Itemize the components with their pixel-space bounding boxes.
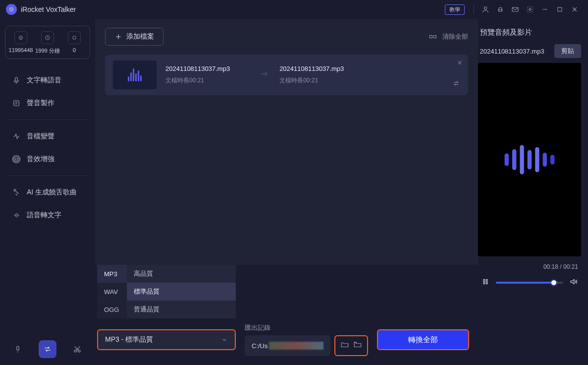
preview-panel: 預覽音頻及影片 20241108113037.mp3 剪貼 00:18 / 00… bbox=[478, 19, 588, 365]
credit-minutes-value: 1999 分鐘 bbox=[35, 47, 60, 55]
credit-misc-value: 0 bbox=[73, 47, 76, 53]
credit-tokens-icon bbox=[14, 31, 27, 44]
clear-all-button[interactable]: 清除全部 bbox=[442, 32, 468, 41]
mail-icon[interactable] bbox=[508, 2, 523, 17]
export-path-text: C:/Us bbox=[252, 342, 268, 350]
nav-rap[interactable]: AI 生成饒舌歌曲 bbox=[5, 183, 90, 202]
source-duration: 文檔時長00:21 bbox=[165, 76, 230, 85]
nav-tts[interactable]: 文字轉語音 bbox=[5, 71, 90, 90]
app-logo bbox=[6, 4, 17, 15]
trim-button[interactable]: 剪貼 bbox=[554, 44, 581, 58]
format-panel: MP3 WAV OGG 高品質 標準品質 普通品質 bbox=[97, 265, 236, 318]
credit-misc-icon bbox=[68, 31, 81, 44]
quality-standard[interactable]: 標準品質 bbox=[127, 283, 236, 301]
nav-stt[interactable]: 語音轉文字 bbox=[5, 206, 90, 225]
preview-time: 00:18 / 00:21 bbox=[543, 263, 578, 270]
arrow-icon bbox=[259, 68, 270, 82]
svg-point-13 bbox=[14, 157, 19, 162]
svg-point-1 bbox=[484, 7, 486, 9]
swap-icon[interactable] bbox=[452, 79, 460, 89]
app-name: iRocket VoxTalker bbox=[21, 5, 76, 13]
sidebar: 11995448 1999 分鐘 0 文字轉語音 聲音製作 bbox=[0, 19, 95, 365]
format-ogg[interactable]: OGG bbox=[97, 301, 127, 318]
svg-point-3 bbox=[501, 9, 501, 10]
maximize-icon[interactable] bbox=[552, 2, 567, 17]
nav-voice-make-label: 聲音製作 bbox=[27, 99, 54, 108]
svg-rect-19 bbox=[486, 280, 487, 284]
svg-rect-9 bbox=[73, 36, 76, 39]
format-wav[interactable]: WAV bbox=[97, 283, 127, 301]
nav-stt-label: 語音轉文字 bbox=[27, 211, 61, 220]
volume-button[interactable] bbox=[569, 277, 578, 288]
quality-high[interactable]: 高品質 bbox=[127, 265, 236, 283]
add-file-button[interactable]: 添加檔案 bbox=[105, 28, 163, 46]
preview-title: 預覽音頻及影片 bbox=[478, 28, 582, 37]
nav-rap-label: AI 生成饒舌歌曲 bbox=[27, 188, 77, 197]
dest-filename: 20241108113037.mp3 bbox=[279, 65, 344, 72]
nav-enhance[interactable]: 音效增強 bbox=[5, 150, 90, 169]
open-folder-button[interactable] bbox=[340, 340, 349, 351]
credit-tokens-value: 11995448 bbox=[9, 47, 33, 53]
format-selected: MP3 - 標準品質 bbox=[105, 335, 153, 344]
settings-icon[interactable] bbox=[523, 2, 537, 17]
source-filename: 20241108113037.mp3 bbox=[165, 65, 230, 72]
main-panel: 添加檔案 清除全部 20241108113037.mp3 文檔時長00:21 bbox=[95, 19, 478, 365]
tutorial-button[interactable]: 教學 bbox=[445, 4, 465, 15]
nav-voice-change-label: 音檔變聲 bbox=[27, 132, 54, 141]
tool-mic[interactable] bbox=[9, 340, 27, 358]
nav-voice-change[interactable]: 音檔變聲 bbox=[5, 127, 90, 146]
preview-filename: 20241108113037.mp3 bbox=[480, 48, 544, 55]
user-icon[interactable] bbox=[478, 2, 493, 17]
chevron-down-icon bbox=[221, 336, 228, 343]
svg-rect-4 bbox=[512, 7, 518, 11]
nav-voice-make[interactable]: 聲音製作 bbox=[5, 94, 90, 113]
tool-cut[interactable] bbox=[68, 340, 86, 358]
svg-rect-10 bbox=[15, 77, 18, 81]
pause-button[interactable] bbox=[481, 277, 490, 288]
export-label: 匯出記錄 bbox=[245, 323, 368, 332]
svg-rect-18 bbox=[483, 280, 484, 284]
nav-tts-label: 文字轉語音 bbox=[27, 76, 61, 85]
export-path-redacted bbox=[269, 342, 323, 350]
tool-convert[interactable] bbox=[39, 340, 56, 358]
close-icon[interactable] bbox=[567, 2, 582, 17]
format-dropdown[interactable]: MP3 - 標準品質 bbox=[97, 329, 236, 350]
credit-minutes-icon bbox=[41, 31, 54, 44]
svg-rect-15 bbox=[17, 346, 19, 350]
convert-all-button[interactable]: 轉換全部 bbox=[377, 329, 469, 350]
export-path-input[interactable]: C:/Us bbox=[245, 335, 330, 356]
preview-video bbox=[478, 63, 582, 256]
browse-folder-button[interactable] bbox=[353, 340, 362, 351]
file-card[interactable]: 20241108113037.mp3 文檔時長00:21 20241108113… bbox=[105, 55, 468, 95]
credits-box: 11995448 1999 分鐘 0 bbox=[5, 26, 90, 59]
svg-point-5 bbox=[529, 8, 531, 10]
dest-duration: 文檔時長00:21 bbox=[279, 76, 344, 85]
discord-icon[interactable] bbox=[493, 2, 508, 17]
quality-low[interactable]: 普通品質 bbox=[127, 301, 236, 318]
progress-bar[interactable] bbox=[496, 282, 564, 284]
add-file-label: 添加檔案 bbox=[126, 32, 154, 41]
view-grid-icon[interactable] bbox=[429, 35, 436, 38]
titlebar: iRocket VoxTalker 教學 bbox=[0, 0, 588, 19]
format-mp3[interactable]: MP3 bbox=[97, 265, 127, 283]
svg-point-12 bbox=[15, 158, 18, 161]
nav-enhance-label: 音效增強 bbox=[27, 155, 54, 164]
svg-rect-6 bbox=[558, 7, 562, 11]
minimize-icon[interactable] bbox=[537, 2, 552, 17]
remove-file-button[interactable]: × bbox=[457, 59, 462, 67]
svg-point-2 bbox=[499, 9, 499, 10]
file-thumbnail bbox=[113, 61, 157, 89]
